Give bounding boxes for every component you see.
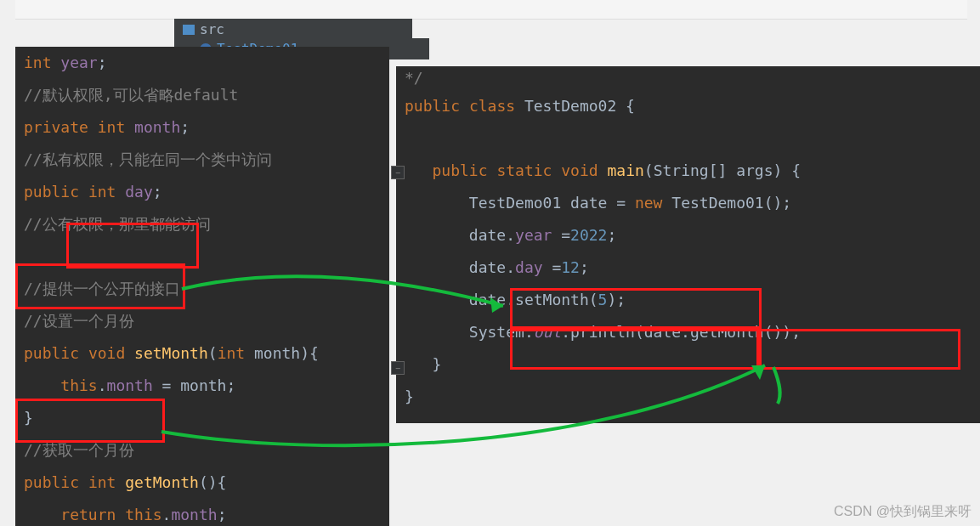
top-bar bbox=[15, 0, 967, 20]
code-line: } bbox=[396, 381, 980, 413]
code-comment: //私有权限，只能在同一个类中访问 bbox=[15, 144, 389, 176]
folder-icon bbox=[183, 25, 195, 35]
fold-gutter-icon[interactable]: − bbox=[391, 361, 405, 375]
code-line: public void setMonth(int month){ bbox=[15, 337, 389, 370]
code-line: this.month = month; bbox=[15, 370, 389, 402]
watermark: CSDN @快到锅里来呀 bbox=[834, 503, 972, 521]
code-comment: //默认权限,可以省略default bbox=[15, 79, 389, 111]
code-line: private int month; bbox=[15, 111, 389, 144]
blank-line bbox=[396, 122, 980, 155]
fold-gutter-icon[interactable]: − bbox=[391, 166, 405, 179]
tab-src[interactable]: src bbox=[174, 19, 412, 40]
annotation-box bbox=[510, 288, 762, 329]
code-line: public class TestDemo02 { bbox=[396, 90, 980, 122]
code-line: return this.month; bbox=[15, 499, 389, 526]
code-line: int year; bbox=[15, 47, 389, 79]
code-editor-right[interactable]: */ public class TestDemo02 { public stat… bbox=[396, 66, 980, 423]
code-line: TestDemo01 date = new TestDemo01(); bbox=[396, 187, 980, 219]
annotation-box bbox=[15, 399, 165, 443]
annotation-box bbox=[66, 223, 199, 269]
code-line: public int day; bbox=[15, 176, 389, 208]
code-line: date.year =2022; bbox=[396, 219, 980, 252]
code-line: public int getMonth(){ bbox=[15, 467, 389, 499]
code-line: public static void main(String[] args) { bbox=[396, 155, 980, 187]
code-comment: */ bbox=[396, 66, 980, 90]
tab-src-label: src bbox=[200, 21, 224, 37]
annotation-box bbox=[510, 329, 762, 370]
code-line: date.day =12; bbox=[396, 252, 980, 284]
annotation-box bbox=[15, 263, 185, 309]
annotation-box bbox=[756, 329, 960, 370]
code-comment: //设置一个月份 bbox=[15, 305, 389, 337]
